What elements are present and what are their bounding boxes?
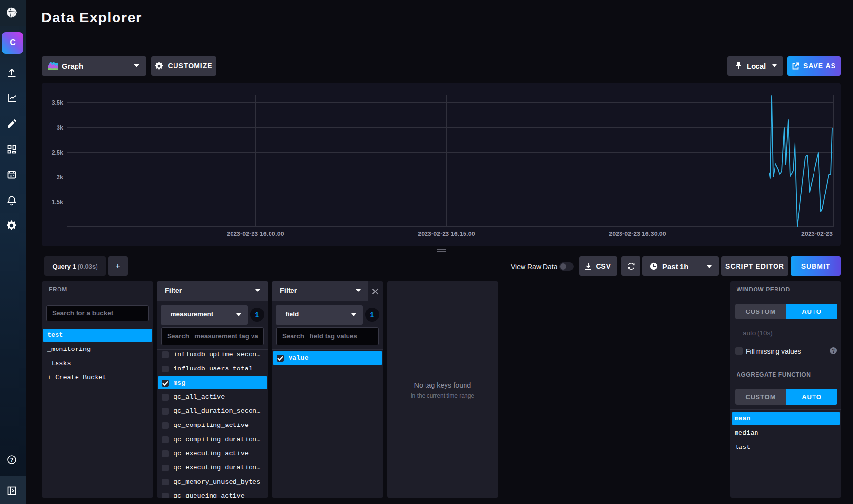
svg-text:2023-02-23 16:00:00: 2023-02-23 16:00:00 (227, 231, 284, 237)
svg-text:3.5k: 3.5k (52, 99, 63, 106)
svg-text:2k: 2k (57, 174, 63, 181)
svg-text:1.5k: 1.5k (52, 199, 63, 206)
svg-text:?: ? (10, 457, 14, 463)
svg-text:2.5k: 2.5k (52, 149, 63, 156)
svg-text:3k: 3k (57, 124, 63, 131)
svg-text:2023-02-23: 2023-02-23 (801, 231, 833, 237)
svg-text:2023-02-23 16:30:00: 2023-02-23 16:30:00 (609, 231, 666, 237)
svg-text:2023-02-23 16:15:00: 2023-02-23 16:15:00 (418, 231, 475, 237)
